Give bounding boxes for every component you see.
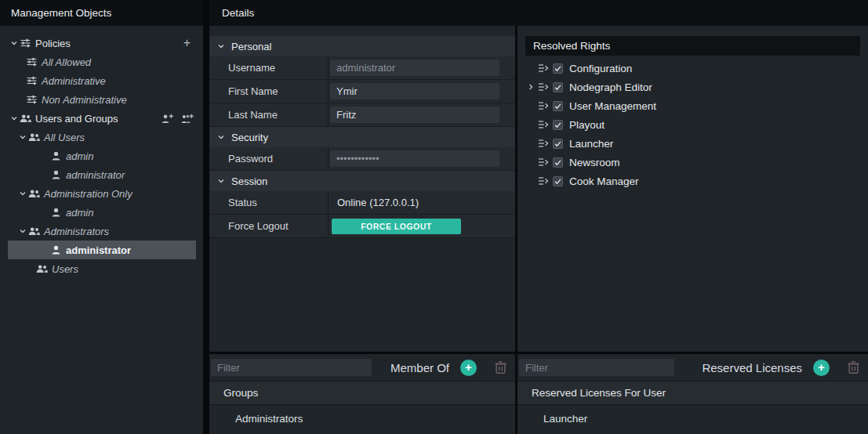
remove-member-button[interactable] [494, 360, 507, 374]
add-policy-button[interactable]: + [183, 37, 191, 49]
chevron-down-icon[interactable] [16, 227, 28, 235]
management-objects-tree: Policies + All Allowed Administrative No… [0, 26, 203, 434]
password-input[interactable] [330, 150, 499, 167]
sidebar-item-administrator-selected[interactable]: administrator [8, 241, 196, 259]
sidebar-item-administrators-group[interactable]: Administrators [0, 222, 203, 241]
right-row-configuration[interactable]: Configuration [518, 59, 868, 78]
add-user-icon[interactable] [162, 114, 174, 124]
chevron-down-icon [217, 177, 225, 185]
sidebar-item-label: Policies [35, 38, 71, 49]
details-header: Details [209, 0, 868, 26]
form-row-password: Password [209, 147, 515, 171]
policy-icon [26, 95, 38, 104]
users-group-icon [28, 189, 40, 198]
sidebar-item-users-and-groups[interactable]: Users and Groups [0, 109, 203, 128]
add-license-button[interactable]: + [813, 360, 830, 376]
resolved-rights-panel: Resolved Rights Configuration Nodegraph … [518, 26, 868, 352]
force-logout-button[interactable]: FORCE LOGOUT [332, 219, 461, 234]
sidebar-item-admin-2[interactable]: admin [0, 203, 203, 222]
add-group-icon[interactable] [181, 114, 194, 124]
right-checkbox[interactable] [553, 176, 563, 186]
sidebar-item-label: Users and Groups [35, 113, 118, 125]
right-icon [538, 63, 549, 73]
right-row-cook-manager[interactable]: Cook Manager [518, 172, 868, 190]
first-name-field [328, 80, 515, 103]
section-security[interactable]: Security [209, 127, 515, 147]
right-label: Launcher [569, 138, 613, 150]
remove-license-button[interactable] [847, 360, 860, 374]
section-title: Session [231, 175, 267, 187]
chevron-down-icon[interactable] [16, 133, 28, 141]
sidebar-item-administrator[interactable]: administrator [0, 165, 203, 184]
details-panel: Personal Username First Name Last Name S… [209, 26, 868, 434]
sidebar-item-label: administrator [66, 169, 125, 181]
section-session[interactable]: Session [209, 171, 515, 191]
member-of-title: Member Of [390, 361, 449, 374]
right-row-playout[interactable]: Playout [518, 115, 868, 134]
chevron-right-icon[interactable] [527, 83, 538, 91]
users-group-icon [20, 114, 31, 123]
sidebar-item-label: Non Administrative [42, 94, 127, 106]
section-personal[interactable]: Personal [209, 36, 515, 56]
right-checkbox[interactable] [553, 63, 563, 74]
user-icon [50, 245, 62, 255]
right-icon [538, 82, 549, 92]
sidebar-item-label: Administration Only [44, 188, 133, 200]
users-group-icon [28, 132, 40, 142]
right-label: Playout [569, 119, 605, 131]
user-icon [50, 208, 62, 217]
chevron-down-icon[interactable] [16, 190, 28, 197]
chevron-down-icon[interactable] [8, 39, 20, 47]
username-field [328, 56, 515, 79]
sidebar-item-label: Users [52, 263, 78, 275]
policy-icon [26, 57, 38, 67]
right-checkbox[interactable] [553, 82, 563, 92]
add-member-button[interactable]: + [460, 360, 477, 376]
sidebar-item-users-group[interactable]: Users [0, 259, 203, 278]
sidebar-item-non-administrative[interactable]: Non Administrative [0, 90, 203, 109]
member-of-toolbar: Member Of + [209, 354, 515, 381]
reserved-licenses-toolbar: Reserved Licenses + [518, 354, 868, 381]
sidebar-item-all-allowed[interactable]: All Allowed [0, 52, 203, 71]
license-list-item[interactable]: Launcher [518, 405, 868, 434]
sidebar-item-administrative[interactable]: Administrative [0, 71, 203, 90]
reserved-licenses-list-header: Reserved Licenses For User [518, 381, 868, 405]
right-row-newsroom[interactable]: Newsroom [518, 153, 868, 172]
member-of-panel: Member Of + Groups Administrators [209, 354, 515, 434]
right-row-launcher[interactable]: Launcher [518, 134, 868, 153]
right-checkbox[interactable] [553, 120, 563, 130]
right-label: User Management [569, 100, 656, 112]
first-name-label: First Name [209, 80, 328, 103]
group-list-item[interactable]: Administrators [209, 405, 515, 434]
users-groups-actions [162, 114, 194, 124]
status-label: Status [209, 191, 328, 214]
right-row-nodegraph-editor[interactable]: Nodegraph Editor [518, 78, 868, 96]
status-value: Online (127.0.0.1) [330, 197, 419, 208]
force-logout-label: Force Logout [209, 215, 328, 237]
last-name-input[interactable] [330, 107, 499, 123]
right-checkbox[interactable] [553, 139, 563, 149]
details-title: Details [222, 7, 254, 19]
right-checkbox[interactable] [553, 157, 563, 168]
resolved-rights-title: Resolved Rights [525, 36, 860, 56]
chevron-down-icon [217, 42, 225, 50]
first-name-input[interactable] [330, 83, 499, 99]
member-of-filter-input[interactable] [211, 359, 372, 376]
last-name-field [328, 103, 515, 126]
reserved-licenses-filter-input[interactable] [519, 359, 674, 376]
username-input[interactable] [330, 60, 499, 76]
sidebar-item-policies[interactable]: Policies + [0, 34, 203, 52]
sidebar-item-all-users[interactable]: All Users [0, 128, 203, 146]
form-row-force-logout: Force Logout FORCE LOGOUT [209, 215, 515, 238]
chevron-down-icon [217, 133, 225, 141]
sidebar-item-admin[interactable]: admin [0, 146, 203, 165]
right-checkbox[interactable] [553, 101, 563, 111]
right-row-user-management[interactable]: User Management [518, 96, 868, 115]
sidebar-item-label: Administrators [44, 226, 109, 237]
chevron-down-icon[interactable] [8, 114, 20, 122]
sidebar-item-administration-only[interactable]: Administration Only [0, 184, 203, 203]
form-row-last-name: Last Name [209, 103, 515, 127]
status-field: Online (127.0.0.1) [328, 191, 515, 214]
right-label: Cook Manager [569, 175, 639, 187]
password-field [328, 147, 515, 170]
